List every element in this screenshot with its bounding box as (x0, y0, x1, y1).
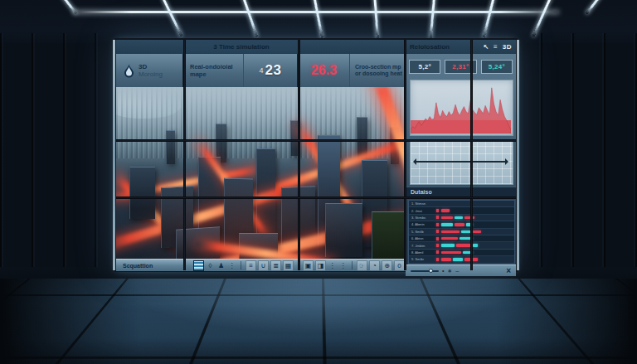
panel-mini-toolbar: • ∗ ‒ × (406, 265, 516, 276)
ceiling-light-strip (313, 0, 323, 38)
table-row[interactable]: 1. Sttmsn (409, 201, 514, 207)
row-alert-dot (436, 223, 439, 226)
droplet-icon[interactable]: ◊ (206, 261, 215, 270)
bezel (116, 197, 516, 199)
table-row[interactable]: 6. Abtsn (409, 235, 514, 242)
person-count-icon: 4 (260, 66, 264, 75)
top-bar: 3 Time simulation Relolosation ↖ ≡ 3D (116, 40, 516, 55)
toolbar-label: Scquattion (116, 263, 192, 269)
dots-icon[interactable]: ⋮ (227, 261, 236, 270)
clock-icon[interactable]: ◔ (369, 260, 380, 271)
dot-icon[interactable]: • (442, 268, 444, 274)
row-label: 5. Smtlb (409, 230, 436, 234)
population-value: 23 (265, 62, 282, 79)
person-icon[interactable]: ♟ (216, 261, 226, 270)
red-bar (473, 231, 481, 233)
teal-bar (453, 258, 463, 260)
row-alert-dot (436, 244, 439, 247)
analytics-panel: 5,2°2,31°5,24° Dutaiso 1. Sttmsn2. Jmst3… (406, 54, 516, 270)
lines-icon[interactable]: ≡ (246, 260, 256, 271)
row-alert-dot (436, 237, 439, 240)
row-label: 3. Strmbs (409, 216, 436, 220)
red-bar (441, 251, 461, 254)
logo-line2: Moroing (139, 70, 163, 78)
layers-icon[interactable] (193, 260, 204, 271)
row-label: 2. Jmst (409, 209, 436, 213)
view-mode-3d-button[interactable]: 3D (503, 43, 512, 51)
heat-histogram-chart (411, 80, 511, 133)
monitor-icon[interactable]: ▣ (303, 260, 314, 271)
brush-icon[interactable]: ◨ (315, 260, 326, 271)
cursor-icon[interactable]: ↖ (483, 43, 489, 51)
ceiling-light-strip (483, 0, 495, 38)
logo-line1: 3D (139, 63, 147, 70)
row-label: 1. Sttmsn (409, 201, 436, 206)
right-panel-title: Relolosation (410, 43, 478, 51)
right-panel-titlebar: Relolosation ↖ ≡ 3D (406, 40, 516, 53)
anchor-icon[interactable]: ∗ (447, 268, 452, 274)
dots-icon[interactable]: ⋮ (328, 261, 337, 270)
value-box: 5,2° (409, 60, 440, 74)
archive-icon[interactable]: ▦ (283, 260, 294, 271)
table-row[interactable]: 9. Smtbr (409, 256, 514, 263)
value-box: 5,24° (481, 60, 513, 74)
row-alert-dot (436, 209, 439, 212)
left-wall (0, 33, 116, 290)
table-row[interactable]: 4. Abmtn (409, 221, 514, 228)
row-label: 7. Jmbtm (409, 244, 436, 248)
control-room-scene: 3 Time simulation Relolosation ↖ ≡ 3D 3D… (0, 0, 637, 364)
row-alert-dot (436, 230, 439, 233)
ceiling-light-strip (242, 0, 259, 37)
teal-bar (473, 244, 478, 246)
row-label: 4. Abmtn (409, 222, 436, 226)
video-wall-screen: 3 Time simulation Relolosation ↖ ≡ 3D 3D… (116, 40, 516, 270)
red-bar (464, 216, 474, 219)
bezel (470, 40, 473, 270)
menu-icon[interactable]: ≡ (494, 43, 498, 51)
red-bar (441, 231, 460, 233)
table-row[interactable]: 5. Smtlb (409, 229, 514, 235)
row-alert-dot (436, 250, 439, 254)
globe-icon[interactable]: ⊕ (382, 260, 392, 271)
floor-shadow (0, 279, 637, 364)
map-header-cell: Real-ondoioial mape 4 23 (184, 54, 299, 87)
red-bar (441, 237, 458, 240)
city-heatmap-view[interactable] (116, 87, 406, 259)
red-bar (441, 216, 453, 219)
range-double-arrow[interactable] (414, 161, 508, 163)
minus-icon[interactable]: ‒ (455, 268, 459, 274)
heat-histogram-panel[interactable] (410, 80, 513, 136)
slider-knob[interactable] (429, 269, 433, 273)
mini-slider[interactable] (411, 270, 439, 272)
toolbar-separator (352, 261, 353, 269)
bezel (298, 40, 300, 270)
temperature-value: 26.3 (299, 54, 350, 87)
droplet-logo-icon (124, 64, 134, 78)
ceiling-light-strip (430, 0, 436, 38)
table-row[interactable]: 7. Jmbtm (409, 242, 514, 249)
cross-section-range-panel[interactable] (410, 140, 513, 185)
power-icon[interactable]: ∪ (258, 260, 269, 271)
teal-bar (441, 244, 455, 246)
table-row[interactable]: 2. Jmst (409, 207, 514, 214)
row-label: 8. Abmtl (409, 250, 436, 255)
dots-icon[interactable]: ⋮ (338, 261, 348, 270)
ceiling-light-strip (373, 0, 379, 38)
bezel (116, 139, 516, 142)
population-readout: 4 23 (244, 62, 297, 79)
ceiling-light-strip (532, 0, 552, 36)
red-bar (456, 244, 471, 246)
table-row[interactable]: 3. Strmbs (409, 215, 514, 221)
ceiling-light-strip (586, 0, 605, 14)
ceiling-light-strip (162, 0, 182, 36)
hand-icon[interactable]: ☞ (357, 260, 367, 271)
data-table: 1. Sttmsn2. Jmst3. Strmbs4. Abmtn5. Smtl… (408, 200, 515, 265)
red-bar (441, 258, 451, 260)
row-label: 6. Abtsn (409, 236, 436, 240)
close-icon[interactable]: × (506, 267, 511, 275)
list-icon[interactable]: ≣ (270, 260, 281, 271)
ceiling-light-strip (58, 0, 77, 14)
table-row[interactable]: 8. Abmtl (409, 250, 514, 256)
logo-cell: 3D Moroing (116, 54, 184, 87)
right-wall (521, 33, 637, 290)
